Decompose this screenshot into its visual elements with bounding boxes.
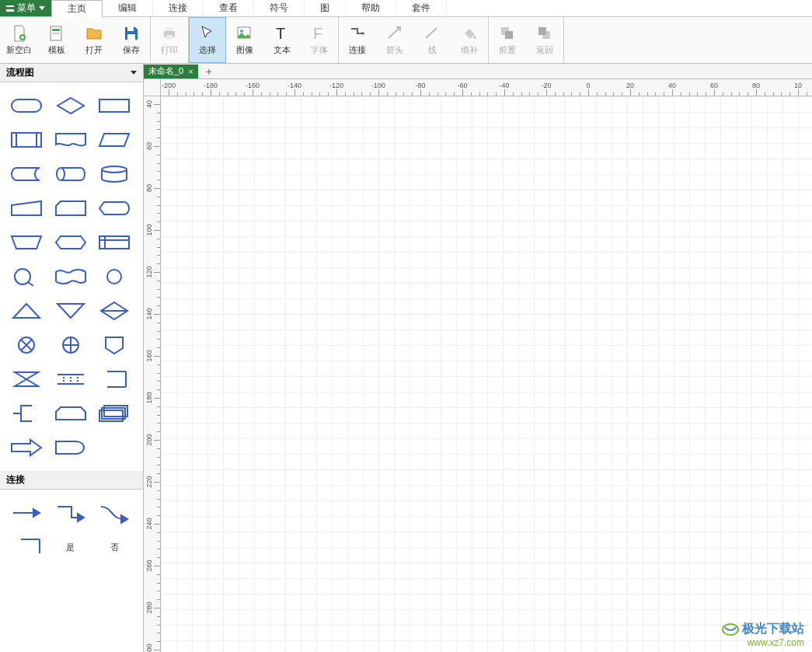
svg-point-10: [240, 30, 243, 33]
shape-arrow-right[interactable]: [8, 435, 45, 460]
shape-loop-limit-open[interactable]: [96, 367, 133, 392]
tab-diagram[interactable]: 图: [305, 0, 346, 16]
shape-tape[interactable]: [52, 264, 89, 289]
new-blank-button[interactable]: 新空白: [0, 17, 38, 63]
tab-label: 查看: [219, 2, 238, 15]
open-button[interactable]: 打开: [75, 17, 113, 63]
save-button[interactable]: 保存: [113, 17, 150, 63]
shape-merge[interactable]: [52, 298, 89, 323]
connector-curve[interactable]: [96, 500, 133, 525]
shape-collate[interactable]: [8, 367, 45, 392]
main-area: 未命名_0 × + -200-180-160-140-120-100-80-60…: [144, 64, 812, 652]
ribbon-label: 模板: [48, 44, 65, 56]
select-button[interactable]: 选择: [189, 17, 226, 63]
document-tab[interactable]: 未命名_0 ×: [144, 65, 198, 78]
shape-internal-storage[interactable]: [96, 230, 133, 255]
svg-rect-4: [127, 27, 134, 31]
image-button[interactable]: 图像: [226, 17, 263, 63]
save-icon: [122, 24, 141, 43]
svg-rect-3: [52, 33, 60, 34]
shape-terminator[interactable]: [8, 93, 45, 118]
watermark-url: www.xz7.com: [722, 637, 804, 648]
shape-direct-data[interactable]: [52, 162, 89, 187]
svg-point-26: [102, 166, 127, 173]
connect-button[interactable]: 连接: [339, 17, 376, 63]
tab-edit[interactable]: 编辑: [103, 0, 153, 16]
shape-sort[interactable]: [96, 298, 133, 323]
ribbon-label: 文本: [274, 44, 291, 56]
text-icon: T: [273, 24, 291, 43]
cursor-icon: [198, 24, 217, 43]
ribbon-label: 图像: [236, 44, 253, 56]
tab-help[interactable]: 帮助: [346, 0, 396, 16]
add-tab-button[interactable]: +: [198, 65, 220, 78]
close-tab-icon[interactable]: ×: [188, 67, 193, 76]
shape-manual-input[interactable]: [8, 196, 45, 221]
shape-preparation[interactable]: [52, 230, 89, 255]
shape-card[interactable]: [52, 196, 89, 221]
bucket-icon: [460, 24, 479, 43]
ribbon-label: 连接: [349, 44, 366, 56]
menubar: 菜单 主页 编辑 连接 查看 符号 图 帮助 套件: [0, 0, 812, 17]
shape-summing[interactable]: [8, 333, 45, 357]
arrow-button[interactable]: 箭头: [376, 17, 413, 63]
line-button[interactable]: 线: [413, 17, 451, 63]
connector-no-label[interactable]: 否: [96, 535, 133, 560]
shape-database[interactable]: [96, 162, 133, 187]
shape-decision[interactable]: [52, 93, 89, 118]
connector-yes-label[interactable]: 是: [52, 535, 89, 560]
folder-open-icon: [85, 24, 103, 43]
fill-button[interactable]: 填补: [451, 17, 488, 63]
tab-symbol[interactable]: 符号: [254, 0, 305, 16]
shape-process[interactable]: [96, 93, 133, 118]
connector-open[interactable]: [8, 535, 45, 560]
connector-straight[interactable]: [8, 500, 45, 525]
flowchart-panel-header[interactable]: 流程图: [0, 64, 143, 82]
image-icon: [235, 24, 254, 43]
print-button[interactable]: 打印: [151, 17, 188, 63]
shape-manual-op[interactable]: [8, 230, 45, 255]
connect-panel-header[interactable]: 连接: [0, 471, 143, 490]
svg-rect-17: [505, 31, 513, 39]
ruler-vertical[interactable]: 406080100120140160180200220240260280300: [144, 96, 161, 652]
tab-suite[interactable]: 套件: [396, 0, 447, 16]
svg-line-31: [28, 282, 33, 286]
shape-stored-data[interactable]: [8, 162, 45, 187]
shape-or[interactable]: [52, 333, 89, 357]
ribbon-label: 前置: [499, 44, 516, 56]
return-button[interactable]: 返回: [526, 17, 563, 63]
tab-view[interactable]: 查看: [204, 0, 254, 16]
svg-line-14: [426, 28, 437, 38]
panel-title: 连接: [6, 473, 25, 486]
drawing-canvas[interactable]: [161, 96, 812, 652]
tab-label: 符号: [270, 2, 288, 15]
connector-elbow[interactable]: [52, 500, 89, 525]
canvas-wrap: -200-180-160-140-120-100-80-60-40-200204…: [144, 79, 812, 652]
tab-connect[interactable]: 连接: [153, 0, 204, 16]
shape-data[interactable]: [96, 127, 133, 152]
font-button[interactable]: F 字体: [301, 17, 338, 63]
arrow-icon: [385, 24, 404, 43]
shape-connector-q[interactable]: [8, 264, 45, 289]
shape-multi-doc[interactable]: [96, 401, 133, 426]
shape-extract[interactable]: [8, 298, 45, 323]
shape-delay[interactable]: [52, 435, 89, 460]
tab-label: 编辑: [118, 2, 137, 15]
shape-offpage[interactable]: [96, 333, 133, 357]
shape-loop-limit[interactable]: [52, 401, 89, 426]
svg-text:F: F: [313, 25, 322, 42]
shape-connector[interactable]: [96, 264, 133, 289]
template-button[interactable]: 模板: [38, 17, 75, 63]
ruler-horizontal[interactable]: -200-180-160-140-120-100-80-60-40-200204…: [161, 79, 812, 96]
shape-annotation[interactable]: [8, 401, 45, 426]
app-menu-button[interactable]: 菜单: [0, 0, 51, 16]
line-icon: [423, 24, 441, 43]
tab-home[interactable]: 主页: [51, 0, 103, 17]
shape-subprocess[interactable]: [8, 127, 45, 152]
text-button[interactable]: T 文本: [263, 17, 301, 63]
shape-delay-bars[interactable]: [52, 367, 89, 392]
shape-document[interactable]: [52, 127, 89, 152]
front-button[interactable]: 前置: [489, 17, 526, 63]
shape-display[interactable]: [96, 196, 133, 221]
svg-rect-2: [52, 29, 60, 31]
